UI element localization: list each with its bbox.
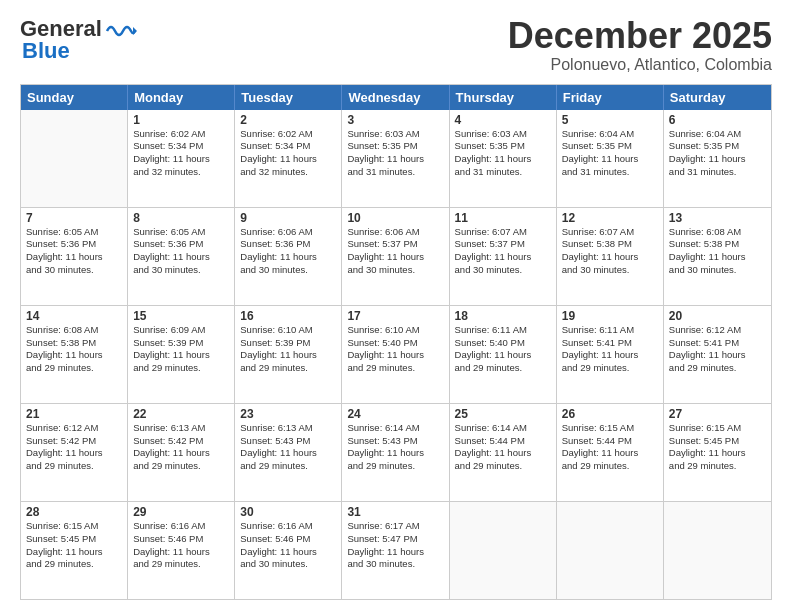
day-info: Sunrise: 6:17 AM Sunset: 5:47 PM Dayligh… <box>347 520 443 571</box>
day-info: Sunrise: 6:12 AM Sunset: 5:41 PM Dayligh… <box>669 324 766 375</box>
calendar-day-22: 22Sunrise: 6:13 AM Sunset: 5:42 PM Dayli… <box>128 404 235 501</box>
day-number: 14 <box>26 309 122 323</box>
day-number: 30 <box>240 505 336 519</box>
day-number: 8 <box>133 211 229 225</box>
day-info: Sunrise: 6:13 AM Sunset: 5:43 PM Dayligh… <box>240 422 336 473</box>
day-number: 11 <box>455 211 551 225</box>
day-info: Sunrise: 6:02 AM Sunset: 5:34 PM Dayligh… <box>240 128 336 179</box>
day-number: 1 <box>133 113 229 127</box>
calendar-day-16: 16Sunrise: 6:10 AM Sunset: 5:39 PM Dayli… <box>235 306 342 403</box>
weekday-header-sunday: Sunday <box>21 85 128 110</box>
calendar-row-2: 7Sunrise: 6:05 AM Sunset: 5:36 PM Daylig… <box>21 207 771 305</box>
day-number: 31 <box>347 505 443 519</box>
page: General Blue December 2025 Polonuevo, At… <box>0 0 792 612</box>
calendar-row-5: 28Sunrise: 6:15 AM Sunset: 5:45 PM Dayli… <box>21 501 771 599</box>
day-info: Sunrise: 6:11 AM Sunset: 5:41 PM Dayligh… <box>562 324 658 375</box>
day-number: 18 <box>455 309 551 323</box>
day-info: Sunrise: 6:15 AM Sunset: 5:45 PM Dayligh… <box>26 520 122 571</box>
calendar-day-15: 15Sunrise: 6:09 AM Sunset: 5:39 PM Dayli… <box>128 306 235 403</box>
day-number: 16 <box>240 309 336 323</box>
logo-wave-icon <box>105 21 137 39</box>
calendar-day-25: 25Sunrise: 6:14 AM Sunset: 5:44 PM Dayli… <box>450 404 557 501</box>
day-info: Sunrise: 6:13 AM Sunset: 5:42 PM Dayligh… <box>133 422 229 473</box>
day-info: Sunrise: 6:05 AM Sunset: 5:36 PM Dayligh… <box>26 226 122 277</box>
calendar-day-6: 6Sunrise: 6:04 AM Sunset: 5:35 PM Daylig… <box>664 110 771 207</box>
calendar-empty-cell <box>450 502 557 599</box>
calendar-day-7: 7Sunrise: 6:05 AM Sunset: 5:36 PM Daylig… <box>21 208 128 305</box>
calendar-day-5: 5Sunrise: 6:04 AM Sunset: 5:35 PM Daylig… <box>557 110 664 207</box>
calendar-day-23: 23Sunrise: 6:13 AM Sunset: 5:43 PM Dayli… <box>235 404 342 501</box>
calendar-header: SundayMondayTuesdayWednesdayThursdayFrid… <box>21 85 771 110</box>
calendar-day-12: 12Sunrise: 6:07 AM Sunset: 5:38 PM Dayli… <box>557 208 664 305</box>
calendar-title: December 2025 <box>508 16 772 56</box>
day-info: Sunrise: 6:04 AM Sunset: 5:35 PM Dayligh… <box>562 128 658 179</box>
calendar-subtitle: Polonuevo, Atlantico, Colombia <box>508 56 772 74</box>
day-number: 13 <box>669 211 766 225</box>
day-info: Sunrise: 6:07 AM Sunset: 5:38 PM Dayligh… <box>562 226 658 277</box>
calendar-day-27: 27Sunrise: 6:15 AM Sunset: 5:45 PM Dayli… <box>664 404 771 501</box>
weekday-header-friday: Friday <box>557 85 664 110</box>
day-number: 25 <box>455 407 551 421</box>
day-number: 24 <box>347 407 443 421</box>
day-info: Sunrise: 6:08 AM Sunset: 5:38 PM Dayligh… <box>669 226 766 277</box>
calendar-day-13: 13Sunrise: 6:08 AM Sunset: 5:38 PM Dayli… <box>664 208 771 305</box>
logo: General Blue <box>20 16 137 64</box>
calendar-day-24: 24Sunrise: 6:14 AM Sunset: 5:43 PM Dayli… <box>342 404 449 501</box>
day-info: Sunrise: 6:15 AM Sunset: 5:44 PM Dayligh… <box>562 422 658 473</box>
calendar-empty-cell <box>557 502 664 599</box>
calendar-day-10: 10Sunrise: 6:06 AM Sunset: 5:37 PM Dayli… <box>342 208 449 305</box>
calendar-body: 1Sunrise: 6:02 AM Sunset: 5:34 PM Daylig… <box>21 110 771 599</box>
day-number: 5 <box>562 113 658 127</box>
day-number: 10 <box>347 211 443 225</box>
day-info: Sunrise: 6:03 AM Sunset: 5:35 PM Dayligh… <box>455 128 551 179</box>
svg-marker-0 <box>133 27 137 35</box>
calendar-day-9: 9Sunrise: 6:06 AM Sunset: 5:36 PM Daylig… <box>235 208 342 305</box>
calendar-day-11: 11Sunrise: 6:07 AM Sunset: 5:37 PM Dayli… <box>450 208 557 305</box>
calendar-row-4: 21Sunrise: 6:12 AM Sunset: 5:42 PM Dayli… <box>21 403 771 501</box>
day-info: Sunrise: 6:16 AM Sunset: 5:46 PM Dayligh… <box>133 520 229 571</box>
calendar-row-1: 1Sunrise: 6:02 AM Sunset: 5:34 PM Daylig… <box>21 110 771 207</box>
day-number: 2 <box>240 113 336 127</box>
day-info: Sunrise: 6:08 AM Sunset: 5:38 PM Dayligh… <box>26 324 122 375</box>
day-info: Sunrise: 6:06 AM Sunset: 5:36 PM Dayligh… <box>240 226 336 277</box>
calendar-day-18: 18Sunrise: 6:11 AM Sunset: 5:40 PM Dayli… <box>450 306 557 403</box>
calendar-day-2: 2Sunrise: 6:02 AM Sunset: 5:34 PM Daylig… <box>235 110 342 207</box>
day-number: 7 <box>26 211 122 225</box>
day-info: Sunrise: 6:12 AM Sunset: 5:42 PM Dayligh… <box>26 422 122 473</box>
day-number: 6 <box>669 113 766 127</box>
calendar-day-20: 20Sunrise: 6:12 AM Sunset: 5:41 PM Dayli… <box>664 306 771 403</box>
day-number: 19 <box>562 309 658 323</box>
calendar-day-21: 21Sunrise: 6:12 AM Sunset: 5:42 PM Dayli… <box>21 404 128 501</box>
calendar-day-30: 30Sunrise: 6:16 AM Sunset: 5:46 PM Dayli… <box>235 502 342 599</box>
day-number: 12 <box>562 211 658 225</box>
calendar-day-8: 8Sunrise: 6:05 AM Sunset: 5:36 PM Daylig… <box>128 208 235 305</box>
day-info: Sunrise: 6:10 AM Sunset: 5:40 PM Dayligh… <box>347 324 443 375</box>
calendar-day-4: 4Sunrise: 6:03 AM Sunset: 5:35 PM Daylig… <box>450 110 557 207</box>
day-info: Sunrise: 6:06 AM Sunset: 5:37 PM Dayligh… <box>347 226 443 277</box>
day-number: 4 <box>455 113 551 127</box>
calendar-empty-cell <box>664 502 771 599</box>
title-block: December 2025 Polonuevo, Atlantico, Colo… <box>508 16 772 74</box>
day-number: 28 <box>26 505 122 519</box>
day-number: 27 <box>669 407 766 421</box>
weekday-header-thursday: Thursday <box>450 85 557 110</box>
day-number: 23 <box>240 407 336 421</box>
day-number: 17 <box>347 309 443 323</box>
day-number: 3 <box>347 113 443 127</box>
calendar-day-28: 28Sunrise: 6:15 AM Sunset: 5:45 PM Dayli… <box>21 502 128 599</box>
calendar-day-29: 29Sunrise: 6:16 AM Sunset: 5:46 PM Dayli… <box>128 502 235 599</box>
day-info: Sunrise: 6:05 AM Sunset: 5:36 PM Dayligh… <box>133 226 229 277</box>
weekday-header-wednesday: Wednesday <box>342 85 449 110</box>
weekday-header-monday: Monday <box>128 85 235 110</box>
day-info: Sunrise: 6:10 AM Sunset: 5:39 PM Dayligh… <box>240 324 336 375</box>
logo-blue: Blue <box>22 38 70 64</box>
day-number: 15 <box>133 309 229 323</box>
day-info: Sunrise: 6:02 AM Sunset: 5:34 PM Dayligh… <box>133 128 229 179</box>
calendar-row-3: 14Sunrise: 6:08 AM Sunset: 5:38 PM Dayli… <box>21 305 771 403</box>
day-number: 9 <box>240 211 336 225</box>
day-info: Sunrise: 6:16 AM Sunset: 5:46 PM Dayligh… <box>240 520 336 571</box>
day-number: 26 <box>562 407 658 421</box>
day-info: Sunrise: 6:14 AM Sunset: 5:44 PM Dayligh… <box>455 422 551 473</box>
calendar-day-31: 31Sunrise: 6:17 AM Sunset: 5:47 PM Dayli… <box>342 502 449 599</box>
calendar-day-1: 1Sunrise: 6:02 AM Sunset: 5:34 PM Daylig… <box>128 110 235 207</box>
